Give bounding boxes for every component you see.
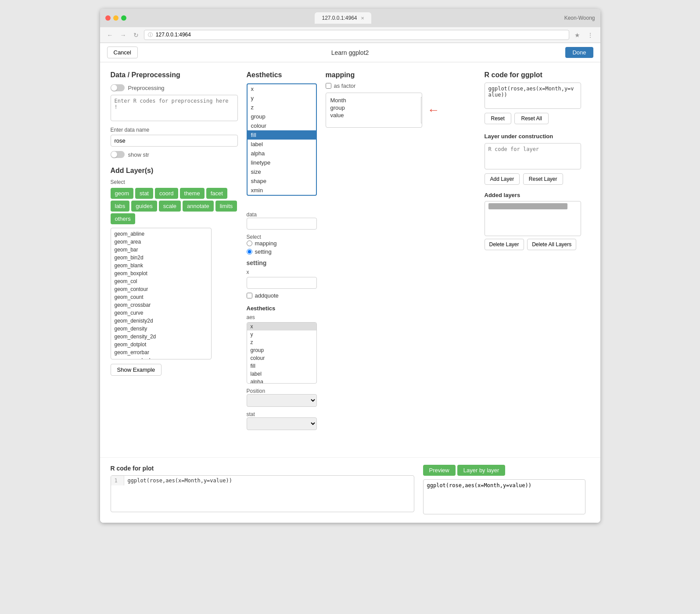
close-button[interactable] [105, 15, 111, 21]
list-item[interactable]: geom_density_2d [111, 333, 211, 341]
list-item[interactable]: geom_blank [111, 262, 211, 269]
tab-close-icon[interactable]: ✕ [361, 16, 364, 21]
delete-layer-button[interactable]: Delete Layer [485, 239, 524, 250]
url-bar[interactable]: ⓘ 127.0.0.1:4964 [144, 30, 569, 40]
setting-radio[interactable] [247, 249, 252, 255]
preview-button[interactable]: Preview [423, 465, 456, 476]
data-row: data [247, 212, 317, 230]
aes-item-alpha[interactable]: alpha [248, 149, 316, 158]
guides-button[interactable]: guides [131, 201, 157, 212]
reset-layer-button[interactable]: Reset Layer [523, 173, 563, 185]
preview-tabs: Preview Layer by layer [423, 465, 590, 476]
back-button[interactable]: ← [105, 31, 115, 39]
aes-item-colour[interactable]: colour [248, 121, 316, 130]
aes-item-shape[interactable]: shape [248, 176, 316, 186]
labs-button[interactable]: labs [111, 201, 130, 212]
list-item[interactable]: geom_curve [111, 309, 211, 317]
list-item[interactable]: geom_density [111, 325, 211, 333]
list-item[interactable]: geom_boxplot [111, 269, 211, 277]
middle-panel: Aesthetics x y z group colour fill label… [238, 71, 485, 449]
code-editor-empty [111, 485, 414, 512]
geom-list[interactable]: geom_abline geom_area geom_bar geom_bin2… [111, 228, 212, 359]
left-panel: Data / Preprocessing Preprocessing Enter… [111, 71, 238, 449]
mapping-item-value[interactable]: value [330, 111, 347, 119]
data-name-input[interactable] [111, 135, 238, 147]
address-bar: ← → ↻ ⓘ 127.0.0.1:4964 ★ ⋮ [100, 27, 600, 43]
limits-button[interactable]: limits [215, 201, 237, 212]
maximize-button[interactable] [121, 15, 126, 21]
aes-sub-item-fill[interactable]: fill [247, 362, 316, 370]
minimize-button[interactable] [113, 15, 118, 21]
others-button[interactable]: others [111, 213, 135, 224]
delete-all-layers-button[interactable]: Delete All Layers [527, 239, 576, 250]
layer-code-textarea[interactable] [485, 143, 581, 169]
aes-item-size[interactable]: size [248, 167, 316, 176]
menu-button[interactable]: ⋮ [585, 31, 595, 39]
as-factor-row: as factor [326, 83, 440, 89]
coord-button[interactable]: coord [155, 188, 178, 199]
stat-button[interactable]: stat [135, 188, 153, 199]
aes-sub-item-x[interactable]: x [247, 323, 316, 330]
added-layer-item[interactable] [488, 203, 567, 209]
reset-button[interactable]: Reset [485, 113, 511, 124]
data-input[interactable] [247, 218, 317, 230]
scale-button[interactable]: scale [159, 201, 181, 212]
aes-item-xmin[interactable]: xmin [248, 186, 316, 195]
list-item[interactable]: geom_denisty2d [111, 317, 211, 325]
as-factor-checkbox[interactable] [326, 83, 331, 89]
bookmark-button[interactable]: ★ [573, 31, 582, 39]
aes-item-fill[interactable]: fill [248, 130, 316, 140]
list-item[interactable]: geom_count [111, 293, 211, 301]
annotate-button[interactable]: annotate [183, 201, 214, 212]
mapping-item-month[interactable]: Month [330, 97, 347, 104]
aes-sub-item-label[interactable]: label [247, 370, 316, 378]
data-preprocessing-title: Data / Preprocessing [111, 71, 238, 79]
done-button[interactable]: Done [565, 47, 593, 58]
forward-button[interactable]: → [118, 31, 128, 39]
r-code-ggplot-textarea[interactable]: ggplot(rose,aes(x=Month,y=value)) [485, 83, 581, 109]
list-item[interactable]: geom_errorbar [111, 348, 211, 356]
preview-code-area[interactable]: ggplot(rose,aes(x=Month,y=value)) [423, 479, 585, 514]
aes-item-z[interactable]: z [248, 103, 316, 112]
list-item[interactable]: geom_col [111, 277, 211, 285]
stat-select[interactable]: count identity bin density [247, 417, 317, 430]
show-example-button[interactable]: Show Example [111, 364, 162, 376]
aes-item-x[interactable]: x [248, 84, 316, 93]
reset-all-button[interactable]: Reset All [514, 113, 548, 124]
list-item[interactable]: geom_dotplot [111, 341, 211, 348]
show-str-toggle[interactable] [111, 151, 125, 158]
layer-construction-title: Layer under construction [485, 133, 590, 140]
facet-button[interactable]: facet [206, 188, 227, 199]
aes-item-group[interactable]: group [248, 112, 316, 121]
added-layers-title: Added layers [485, 192, 590, 198]
list-item[interactable]: geom_bar [111, 246, 211, 254]
list-item[interactable]: geom_contour [111, 285, 211, 293]
mapping-radio[interactable] [247, 241, 252, 246]
list-item[interactable]: geom_crossbar [111, 301, 211, 309]
preprocessing-textarea[interactable] [111, 95, 238, 121]
aes-sub-item-colour[interactable]: colour [247, 354, 316, 362]
layer-by-layer-button[interactable]: Layer by layer [457, 465, 506, 476]
mapping-item-group[interactable]: group [330, 104, 347, 111]
list-item[interactable]: geom_errorbarh [111, 356, 211, 359]
list-item[interactable]: geom_bin2d [111, 254, 211, 262]
aes-item-label[interactable]: label [248, 140, 316, 149]
aes-sub-item-z[interactable]: z [247, 338, 316, 346]
x-input[interactable] [247, 277, 317, 289]
list-item[interactable]: geom_area [111, 238, 211, 246]
geom-button[interactable]: geom [111, 188, 134, 199]
aes-sub-item-y[interactable]: y [247, 330, 316, 338]
addquote-checkbox[interactable] [247, 293, 252, 298]
aes-sub-item-group[interactable]: group [247, 346, 316, 354]
add-layer-button[interactable]: Add Layer [485, 173, 520, 185]
position-select[interactable]: dodge stack fill identity jitter [247, 394, 317, 407]
aes-item-y[interactable]: y [248, 93, 316, 103]
cancel-button[interactable]: Cancel [107, 47, 138, 58]
theme-button[interactable]: theme [180, 188, 205, 199]
aes-item-linetype[interactable]: linetype [248, 158, 316, 167]
refresh-button[interactable]: ↻ [132, 31, 140, 39]
aes-sub-item-alpha[interactable]: alpha [247, 378, 316, 384]
preprocessing-toggle[interactable] [111, 84, 125, 91]
list-item[interactable]: geom_abline [111, 230, 211, 238]
browser-tab[interactable]: 127.0.0.1:4964 ✕ [315, 12, 371, 24]
